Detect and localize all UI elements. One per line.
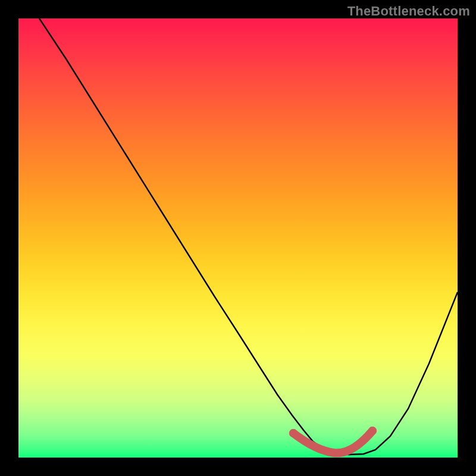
watermark-text: TheBottleneck.com	[347, 4, 470, 19]
curve-layer	[18, 18, 458, 458]
chart-frame: TheBottleneck.com	[0, 0, 476, 476]
bottleneck-curve	[39, 18, 458, 455]
plot-area	[18, 18, 458, 458]
highlight-band	[293, 431, 372, 453]
marker-end	[368, 427, 377, 435]
marker-start	[289, 429, 298, 437]
